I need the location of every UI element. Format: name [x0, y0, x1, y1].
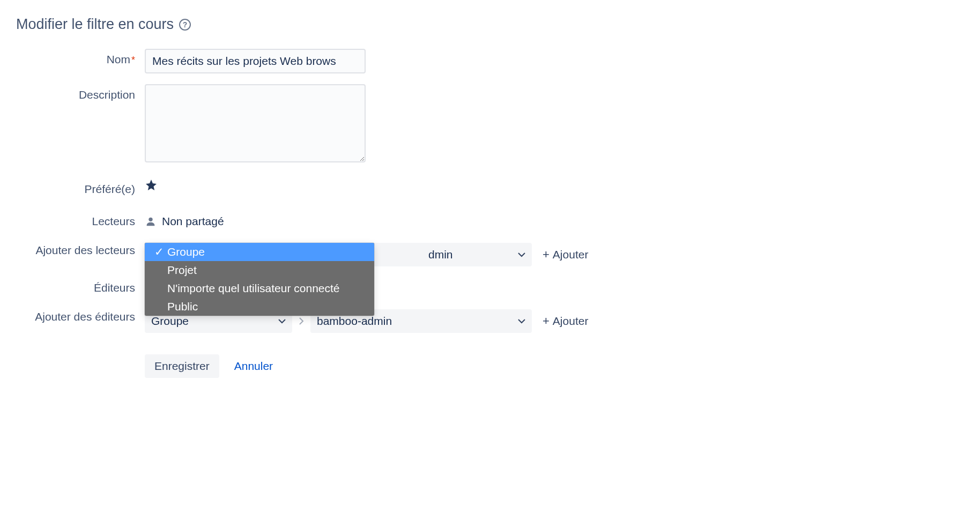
label-add-editors: Ajouter des éditeurs [16, 309, 145, 324]
option-groupe[interactable]: ✓ Groupe [145, 243, 374, 261]
row-viewers: Lecteurs Non partagé [16, 211, 964, 232]
chevron-down-icon [518, 252, 525, 257]
row-name: Nom [16, 49, 964, 73]
checkmark-icon: ✓ [154, 246, 167, 258]
label-add-viewers: Ajouter des lecteurs [16, 243, 145, 258]
label-viewers: Lecteurs [16, 211, 145, 232]
option-public[interactable]: Public [145, 298, 374, 316]
cancel-button[interactable]: Annuler [225, 354, 283, 378]
description-textarea[interactable] [145, 84, 366, 162]
help-icon[interactable]: ? [179, 19, 191, 31]
add-editor-button[interactable]: + Ajouter [537, 314, 593, 328]
add-viewer-button[interactable]: + Ajouter [537, 248, 593, 262]
viewers-text: Non partagé [162, 211, 224, 232]
add-editor-label: Ajouter [553, 315, 589, 328]
chevron-right-icon [298, 317, 305, 325]
share-type-dropdown: ✓ Groupe Projet N'importe quel utilisate… [145, 243, 374, 316]
editors-type-value: Groupe [151, 315, 189, 328]
label-description: Description [16, 84, 145, 106]
star-icon[interactable] [145, 179, 158, 191]
label-name: Nom [16, 49, 145, 71]
page-title: Modifier le filtre en cours [16, 16, 174, 33]
plus-icon: + [543, 314, 550, 328]
svg-point-0 [149, 218, 152, 221]
page-title-row: Modifier le filtre en cours ? [16, 16, 964, 33]
chevron-down-icon [518, 318, 525, 324]
name-input[interactable] [145, 49, 366, 73]
editors-group-value: bamboo-admin [317, 315, 392, 328]
option-projet[interactable]: Projet [145, 261, 374, 279]
person-icon [145, 216, 157, 227]
option-any-logged-user[interactable]: N'importe quel utilisateur connecté [145, 279, 374, 298]
row-actions: Enregistrer Annuler [16, 354, 964, 378]
save-button[interactable]: Enregistrer [145, 354, 219, 378]
plus-icon: + [543, 248, 550, 262]
add-viewer-label: Ajouter [553, 248, 589, 261]
row-description: Description [16, 84, 964, 162]
row-add-viewers: Ajouter des lecteurs bamboo-admin + Ajou… [16, 243, 964, 266]
chevron-down-icon [278, 318, 286, 324]
label-editors: Éditeurs [16, 277, 145, 299]
viewers-group-value: dmin [428, 248, 453, 261]
label-favorite: Préféré(e) [16, 179, 145, 200]
row-favorite: Préféré(e) [16, 179, 964, 200]
